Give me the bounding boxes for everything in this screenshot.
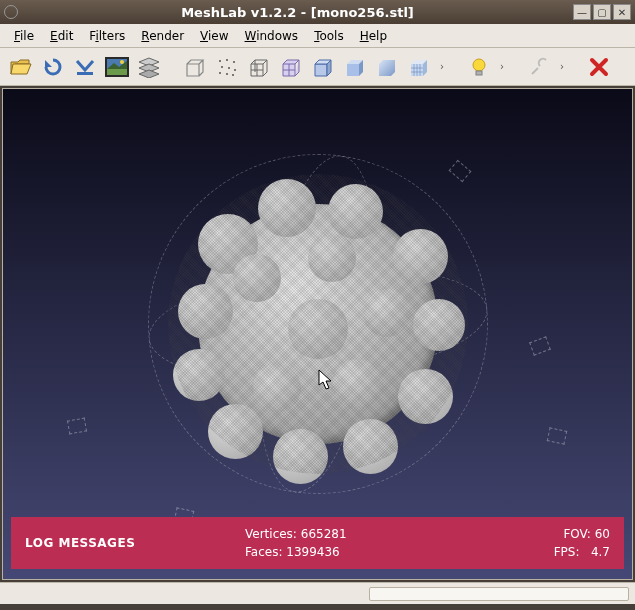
bbox-button[interactable] [180, 52, 210, 82]
reload-icon [41, 56, 65, 78]
flat-shading-icon [343, 56, 367, 78]
svg-point-9 [228, 67, 230, 69]
minimize-button[interactable]: — [573, 4, 591, 20]
reload-button[interactable] [38, 52, 68, 82]
wireframe-button[interactable] [244, 52, 274, 82]
toolbar: › › › [0, 48, 635, 86]
window-title: MeshLab v1.2.2 - [mono256.stl] [24, 5, 571, 20]
wireframe-icon [247, 56, 271, 78]
open-button[interactable] [6, 52, 36, 82]
light-icon [468, 56, 490, 78]
menu-edit[interactable]: Edit [42, 27, 81, 45]
progress-bar [369, 587, 629, 601]
menu-view[interactable]: View [192, 27, 236, 45]
svg-point-5 [219, 60, 221, 62]
edit-more-chevron[interactable]: › [556, 61, 568, 72]
menu-file[interactable]: File [6, 27, 42, 45]
svg-point-3 [120, 60, 124, 64]
light-more-chevron[interactable]: › [496, 61, 508, 72]
layers-button[interactable] [134, 52, 164, 82]
svg-point-8 [221, 66, 223, 68]
open-folder-icon [9, 56, 33, 78]
toolbar-separator [168, 53, 176, 81]
light-button[interactable] [464, 52, 494, 82]
menu-windows[interactable]: Windows [237, 27, 307, 45]
maximize-button[interactable]: ▢ [593, 4, 611, 20]
svg-rect-0 [77, 72, 93, 75]
svg-point-7 [233, 61, 235, 63]
close-button[interactable]: ✕ [613, 4, 631, 20]
toolbar-separator [572, 53, 580, 81]
menu-filters[interactable]: Filters [81, 27, 133, 45]
svg-point-6 [226, 59, 228, 61]
edit-tool-icon [528, 56, 550, 78]
svg-point-12 [226, 73, 228, 75]
points-icon [215, 56, 239, 78]
smooth-shading-button[interactable] [372, 52, 402, 82]
3d-viewport[interactable]: LOG MESSAGES Vertices: 665281 Faces: 139… [3, 89, 632, 579]
flat-shading-button[interactable] [340, 52, 370, 82]
fov-readout: FOV: 60 [554, 527, 610, 541]
delete-button[interactable] [584, 52, 614, 82]
flat-lines-button[interactable] [308, 52, 338, 82]
hidden-lines-button[interactable] [276, 52, 306, 82]
mesh-model [168, 174, 468, 474]
svg-point-11 [219, 72, 221, 74]
render-more-chevron[interactable]: › [436, 61, 448, 72]
menu-tools[interactable]: Tools [306, 27, 352, 45]
layers-icon [137, 56, 161, 78]
trackball-handle [547, 427, 568, 444]
hidden-lines-icon [279, 56, 303, 78]
svg-point-13 [232, 74, 234, 76]
faces-readout: Faces: 1399436 [245, 545, 554, 559]
toolbar-separator [452, 53, 460, 81]
trackball-handle [67, 418, 87, 435]
texture-icon [407, 56, 431, 78]
menu-render[interactable]: Render [133, 27, 192, 45]
save-icon [73, 56, 97, 78]
smooth-shading-icon [375, 56, 399, 78]
svg-rect-22 [476, 71, 482, 75]
trackball-handle [529, 336, 551, 355]
log-messages-label: LOG MESSAGES [25, 536, 245, 550]
menu-help[interactable]: Help [352, 27, 395, 45]
points-button[interactable] [212, 52, 242, 82]
statusbar [0, 582, 635, 604]
bounding-box-icon [183, 56, 207, 78]
vertices-readout: Vertices: 665281 [245, 527, 554, 541]
app-icon [4, 5, 18, 19]
window-titlebar: MeshLab v1.2.2 - [mono256.stl] — ▢ ✕ [0, 0, 635, 24]
svg-point-21 [473, 59, 485, 71]
edit-tool-button[interactable] [524, 52, 554, 82]
menubar: File Edit Filters Render View Windows To… [0, 24, 635, 48]
snapshot-icon [104, 56, 130, 78]
svg-point-10 [234, 69, 236, 71]
fps-readout: FPS: 4.7 [554, 545, 610, 559]
save-button[interactable] [70, 52, 100, 82]
delete-icon [588, 56, 610, 78]
snapshot-button[interactable] [102, 52, 132, 82]
texture-button[interactable] [404, 52, 434, 82]
flat-lines-icon [311, 56, 335, 78]
info-overlay: LOG MESSAGES Vertices: 665281 Faces: 139… [11, 517, 624, 569]
toolbar-separator [512, 53, 520, 81]
svg-rect-4 [107, 69, 127, 75]
